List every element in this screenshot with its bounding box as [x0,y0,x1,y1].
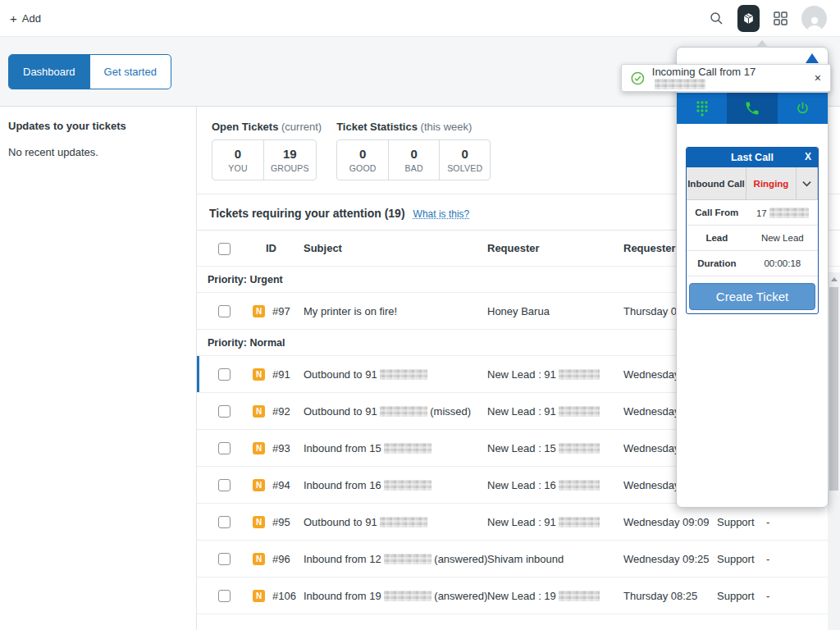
ticket-statistics-subtitle: (this week) [421,121,472,133]
priority-badge: N [253,479,265,491]
redacted-text [380,369,427,380]
ticket-subject[interactable]: Outbound to 91 [285,516,471,528]
header-id[interactable]: ID [235,242,285,254]
row-checkbox[interactable] [218,305,231,317]
last-call-close-icon[interactable]: X [805,151,811,162]
ticket-requester-updated: Thursday 08:25 [605,590,705,602]
stat-caption: SOLVED [446,163,483,173]
open-tickets-title: Open Tickets [212,121,278,133]
scrollbar-up-arrow[interactable] [828,272,840,285]
redacted-text [769,208,809,218]
add-button-label: Add [22,12,41,25]
row-checkbox[interactable] [218,479,231,491]
ticket-subject[interactable]: Outbound to 91 (missed) [285,405,471,418]
call-type-label: Inbound Call [687,167,746,199]
row-checkbox[interactable] [218,368,231,381]
dashboard-tab-group: Dashboard Get started [8,54,171,89]
call-status-label: Ringing [746,167,797,199]
stat-value: 0 [219,147,257,161]
user-avatar[interactable] [801,6,827,31]
cti-call-widget: Last Call X Inbound Call Ringing Call Fr… [676,47,829,508]
incoming-call-toast: Incoming Call from 17 × [621,64,831,92]
row-checkbox[interactable] [218,405,231,418]
vertical-scrollbar[interactable] [828,272,840,630]
header-subject[interactable]: Subject [285,242,471,254]
toast-message: Incoming Call from 17 [652,66,807,90]
row-checkbox[interactable] [218,442,231,454]
ticket-requester: New Lead : 91 [471,516,605,528]
what-is-this-link[interactable]: What is this? [413,208,470,220]
power-tab[interactable] [778,93,828,124]
apps-grid-icon[interactable] [774,11,788,25]
priority-badge: N [253,442,265,454]
stat-value: 19 [271,147,309,161]
stat-good[interactable]: 0 GOOD [337,140,388,180]
ticket-statistics-title: Ticket Statistics [336,121,418,133]
priority-badge: N [253,590,265,602]
row-checkbox[interactable] [218,590,231,602]
cti-app-icon[interactable] [737,5,760,32]
cti-icon-bar [677,93,828,124]
redacted-phone-number [655,79,705,89]
redacted-text [384,591,431,601]
ticket-row[interactable]: N#95Outbound to 91New Lead : 91Wednesday… [197,504,840,541]
lastcall-field-value: New Lead [747,233,818,243]
plus-icon: + [10,12,17,25]
stat-bad[interactable]: 0 BAD [388,140,439,180]
ticket-subject[interactable]: Inbound from 15 [285,442,471,454]
stat-open-you[interactable]: 0 YOU [212,140,263,180]
stat-value: 0 [344,147,381,161]
tab-dashboard[interactable]: Dashboard [9,55,89,89]
priority-badge: N [253,368,265,381]
ticket-requester-updated: Wednesday 09:09 [605,516,705,528]
lastcall-field-value: 17 [747,208,818,218]
toast-text: Incoming Call from 17 [652,66,756,78]
row-checkbox[interactable] [218,553,231,565]
toast-close-icon[interactable]: × [815,72,821,84]
last-call-panel: Last Call X Inbound Call Ringing Call Fr… [686,147,819,314]
status-dropdown[interactable] [797,167,818,199]
ticket-subject[interactable]: Inbound from 12 (answered) [285,553,471,565]
lastcall-field-value: 00:00:18 [747,258,818,268]
ticket-subject[interactable]: Inbound from 19 (answered) [285,590,471,602]
ticket-subject[interactable]: Inbound from 16 [285,479,471,491]
open-tickets-block: Open Tickets (current) 0 YOU 19 GROUPS [212,121,322,180]
ticket-group: Support [705,590,753,602]
ticket-requester: New Lead : 15 [471,442,605,454]
collapse-up-icon[interactable] [806,53,819,63]
ticket-row[interactable]: N#96Inbound from 12 (answered)Shivam inb… [197,541,840,578]
scrollbar-thumb[interactable] [829,287,838,491]
attention-title: Tickets requiring your attention (19) [209,207,405,220]
stat-solved[interactable]: 0 SOLVED [439,140,490,180]
header-requester[interactable]: Requester [471,242,605,254]
search-icon[interactable] [710,11,724,25]
ticket-row[interactable]: N#106Inbound from 19 (answered)New Lead … [197,578,840,614]
stat-caption: YOU [219,163,257,173]
open-tickets-subtitle: (current) [281,121,322,133]
ticket-subject[interactable]: My printer is on fire! [285,305,471,317]
widget-caret [756,40,769,48]
add-button[interactable]: + Add [10,12,41,25]
priority-badge: N [253,405,265,418]
row-checkbox[interactable] [218,516,231,528]
phone-tab[interactable] [727,93,777,124]
updates-title: Updates to your tickets [8,120,188,132]
stat-open-groups[interactable]: 19 GROUPS [263,140,316,180]
redacted-text [559,406,600,417]
select-all-checkbox[interactable] [218,243,231,255]
create-ticket-button[interactable]: Create Ticket [689,283,815,310]
ticket-subject[interactable]: Outbound to 91 [285,368,471,381]
dialpad-tab[interactable] [677,93,727,124]
priority-badge: N [253,516,265,528]
ticket-requester: New Lead : 16 [471,479,605,491]
lastcall-field-row: LeadNew Lead [687,226,818,251]
stat-caption: GROUPS [271,163,309,173]
ticket-requester-updated: Wednesday 09:25 [605,553,705,565]
redacted-text [384,443,431,454]
ticket-requester: Shivam inbound [471,553,605,565]
tab-get-started[interactable]: Get started [89,55,171,89]
ticket-requester: Honey Barua [471,305,605,317]
ticket-requester: New Lead : 91 [471,405,605,418]
ticket-group: Support [705,553,753,565]
priority-badge: N [253,553,265,565]
